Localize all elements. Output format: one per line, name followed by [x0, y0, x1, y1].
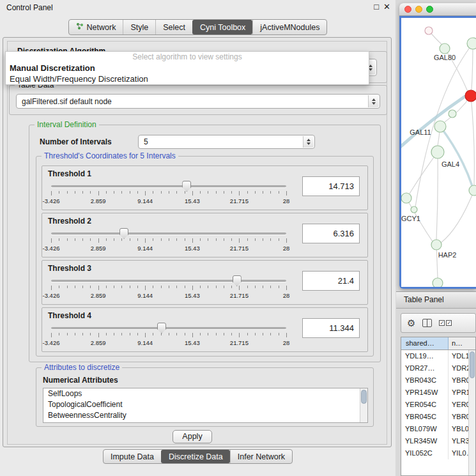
column-header-shared-name[interactable]: shared… [401, 337, 449, 349]
scrollbar-thumb[interactable] [361, 390, 367, 404]
network-view-frame: GAL80GAL11GAL4GCY1HAP2 [399, 16, 476, 289]
slider-track[interactable] [51, 327, 286, 329]
tab-cyni-toolbox[interactable]: Cyni Toolbox [192, 20, 252, 35]
table-panel-title: Table Panel [404, 295, 444, 304]
table-scrollbar[interactable] [468, 350, 475, 475]
threshold-value-field[interactable]: 14.713 [302, 176, 360, 196]
combo-stepper-icon[interactable] [303, 136, 314, 148]
attribute-item[interactable]: TopologicalCoefficient [43, 399, 367, 410]
column-header-name[interactable]: n… [449, 337, 475, 349]
table-header-row: shared… n… [401, 337, 475, 350]
network-edge[interactable] [410, 152, 438, 194]
checkbox-icon: ✓ [439, 320, 445, 326]
network-node[interactable] [440, 43, 450, 54]
network-edge[interactable] [441, 190, 474, 243]
table-row[interactable]: YDL19…YDL1… [401, 350, 468, 362]
network-node[interactable] [431, 146, 444, 158]
table-panel-header[interactable]: Table Panel [396, 291, 476, 309]
threshold-panel: Threshold 3 -3.4262.8599.14415.4321.7152… [42, 260, 368, 305]
slider-track[interactable] [51, 185, 286, 187]
network-node[interactable] [411, 206, 417, 213]
network-node[interactable] [434, 121, 446, 132]
table-row[interactable]: YPR145WYPR1… [401, 387, 468, 399]
dropdown-option-equal-width[interactable]: Equal Width/Frequency Discretization [6, 73, 369, 84]
table-row[interactable]: YDR27…YDR2… [401, 362, 468, 374]
network-node[interactable] [433, 278, 443, 287]
table-data-group: Table Data galFiltered.sif default node [9, 85, 387, 115]
number-of-intervals-combobox[interactable]: 5 [138, 135, 315, 149]
top-tab-bar: Network Style Select Cyni Toolbox jActiv… [0, 19, 395, 35]
minimize-traffic-light-icon[interactable] [415, 6, 422, 13]
network-edge[interactable] [472, 43, 473, 90]
slider-track[interactable] [51, 280, 286, 282]
network-edge[interactable] [401, 96, 466, 149]
scrollbar[interactable] [360, 388, 367, 422]
slider-thumb[interactable] [182, 181, 191, 192]
threshold-value-field[interactable]: 21.4 [302, 271, 360, 291]
network-node[interactable] [425, 27, 433, 35]
threshold-label: Threshold 2 [48, 217, 91, 226]
table-row[interactable]: YER054CYER0… [401, 399, 468, 411]
network-window-titlebar[interactable] [399, 3, 476, 16]
network-node[interactable] [467, 38, 476, 49]
number-of-intervals-label: Number of Intervals [40, 137, 112, 146]
threshold-slider[interactable]: -3.4262.8599.14415.4321.71528 [51, 180, 286, 208]
select-columns-icon[interactable]: ✓ ✓ [439, 320, 452, 326]
threshold-panel: Threshold 4 -3.4262.8599.14415.4321.7152… [42, 307, 368, 352]
table-row[interactable]: YBR045CYBR0… [401, 411, 468, 423]
network-edge[interactable] [471, 96, 474, 185]
network-edge[interactable] [440, 127, 472, 186]
network-edge[interactable] [436, 152, 438, 240]
slider-tick-labels: -3.4262.8599.14415.4321.71528 [51, 292, 286, 300]
tab-infer-network[interactable]: Infer Network [230, 450, 292, 463]
attribute-item[interactable]: BetweennessCentrality [43, 410, 367, 421]
table-data-combobox[interactable]: galFiltered.sif default node [16, 94, 380, 109]
attribute-item[interactable]: SelfLoops [43, 388, 367, 399]
threshold-slider[interactable]: -3.4262.8599.14415.4321.71528 [51, 227, 286, 256]
tab-style[interactable]: Style [123, 20, 155, 35]
close-traffic-light-icon[interactable] [404, 6, 411, 13]
slider-tick-labels: -3.4262.8599.14415.4321.71528 [51, 339, 286, 347]
tab-select[interactable]: Select [155, 20, 192, 35]
table-row[interactable]: YIL052CYIL0… [401, 447, 468, 459]
float-window-icon[interactable]: □ [374, 2, 379, 12]
node-label: GCY1 [401, 215, 420, 222]
tab-impute-data[interactable]: Impute Data [104, 450, 161, 463]
threshold-value-field[interactable]: 11.344 [302, 318, 360, 338]
network-canvas[interactable]: GAL80GAL11GAL4GCY1HAP2 [401, 18, 476, 287]
network-node[interactable] [465, 90, 476, 102]
threshold-label: Threshold 3 [48, 264, 91, 273]
apply-button[interactable]: Apply [173, 430, 212, 443]
slider-thumb[interactable] [233, 275, 242, 286]
network-node[interactable] [449, 110, 456, 118]
table-row[interactable]: YBL079WYBL0… [401, 423, 468, 435]
network-node[interactable] [469, 185, 476, 196]
threshold-slider[interactable]: -3.4262.8599.14415.4321.71528 [51, 322, 286, 350]
tab-network[interactable]: Network [69, 20, 123, 35]
close-icon[interactable]: ✕ [383, 2, 390, 12]
columns-icon[interactable] [422, 319, 432, 327]
scrollbar-thumb[interactable] [470, 351, 475, 378]
dropdown-option-manual[interactable]: Manual Discretization [6, 63, 369, 73]
table-row[interactable]: YLR345WYLR3… [401, 435, 468, 447]
combo-stepper-icon[interactable] [368, 95, 379, 107]
node-table: shared… n… YDL19…YDL1…YDR27…YDR2…YBR043C… [401, 337, 476, 476]
tab-jactivemnodules[interactable]: jActiveMNodules [252, 20, 326, 35]
network-node[interactable] [431, 240, 441, 250]
slider-thumb[interactable] [157, 323, 166, 334]
slider-ticks [51, 286, 286, 291]
slider-ticks [51, 191, 286, 196]
slider-thumb[interactable] [119, 228, 128, 239]
table-body: YDL19…YDL1…YDR27…YDR2…YBR043CYBR0…YPR145… [401, 350, 468, 475]
threshold-slider[interactable]: -3.4262.8599.14415.4321.71528 [51, 275, 286, 303]
table-row[interactable]: YBR043CYBR0… [401, 374, 468, 387]
slider-track[interactable] [51, 233, 286, 234]
tab-discretize-data[interactable]: Discretize Data [161, 450, 230, 463]
gear-icon[interactable]: ⚙ [407, 318, 415, 328]
control-panel: Control Panel □ ✕ Network Style Select C… [0, 0, 395, 476]
zoom-traffic-light-icon[interactable] [426, 6, 433, 13]
network-node[interactable] [401, 193, 411, 203]
threshold-value-field[interactable]: 6.316 [302, 224, 360, 243]
panel-title: Control Panel [6, 3, 53, 12]
attributes-list[interactable]: SelfLoopsTopologicalCoefficientBetweenne… [43, 388, 368, 423]
